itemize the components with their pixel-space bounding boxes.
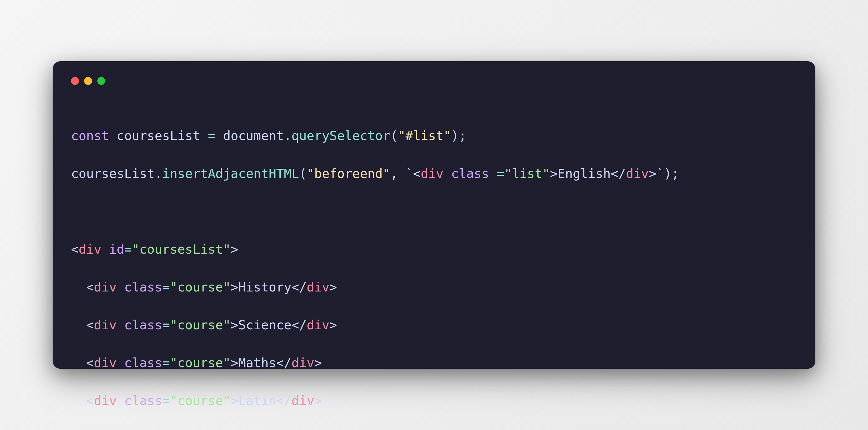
code-line-7: <div class="course">Maths</div> — [71, 353, 797, 372]
attr-name-class: class — [124, 318, 162, 332]
text-latin: Latin — [238, 393, 276, 408]
method-insertadjacenthtml: insertAdjacentHTML — [162, 166, 299, 181]
object-courseslist: coursesList — [71, 166, 155, 181]
attr-value: "course" — [170, 393, 231, 408]
paren-open: ( — [299, 166, 307, 181]
attr-equals: = — [162, 318, 170, 332]
text-history: History — [238, 280, 291, 294]
tag-bracket: > — [550, 166, 558, 181]
tag-name-div: div — [94, 355, 117, 370]
close-tag-open: </ — [276, 393, 291, 408]
tag-name-div: div — [94, 393, 117, 408]
attr-equals: = — [162, 355, 170, 370]
backtick-close: ` — [656, 166, 664, 181]
attr-equals: = — [124, 242, 132, 257]
close-tag-open: </ — [291, 318, 307, 332]
tag-bracket: > — [231, 355, 238, 370]
attr-value: "course" — [170, 318, 231, 332]
attr-name-class: class — [451, 166, 489, 181]
attr-equals: = — [162, 280, 170, 294]
maximize-icon[interactable] — [97, 77, 105, 85]
tag-bracket: < — [86, 393, 94, 408]
tag-bracket: > — [231, 393, 238, 408]
text-english: English — [558, 166, 611, 181]
close-tag-bracket: > — [330, 318, 337, 332]
close-tag-bracket: > — [314, 355, 322, 370]
comma: , — [390, 166, 398, 181]
indent — [71, 355, 86, 370]
tag-bracket: < — [71, 242, 79, 257]
traffic-lights — [71, 77, 797, 85]
semicolon: ; — [672, 166, 679, 181]
code-line-9: </div> — [71, 429, 797, 430]
dot: . — [284, 128, 291, 143]
close-tag-open: </ — [276, 355, 291, 370]
tag-bracket: < — [413, 166, 421, 181]
attr-equals: = — [162, 393, 170, 408]
string-arg1: "beforeend" — [307, 166, 390, 181]
code-window: const coursesList = document.querySelect… — [53, 61, 815, 369]
code-line-4: <div id="coursesList"> — [71, 240, 797, 259]
attr-value: "list" — [504, 166, 550, 181]
close-tag-open: </ — [291, 280, 307, 294]
text-science: Science — [238, 318, 291, 332]
close-tag-name: div — [626, 166, 649, 181]
attr-equals: = — [489, 166, 504, 181]
keyword-const: const — [71, 128, 109, 143]
text-maths: Maths — [238, 355, 276, 370]
tag-bracket: > — [231, 242, 238, 257]
code-line-6: <div class="course">Science</div> — [71, 316, 797, 334]
code-line-blank — [71, 202, 797, 221]
tag-bracket: < — [86, 318, 94, 332]
backtick-open: ` — [406, 166, 413, 181]
code-line-5: <div class="course">History</div> — [71, 277, 797, 296]
indent — [71, 280, 86, 294]
tag-bracket: < — [86, 355, 94, 370]
attr-name-class: class — [124, 355, 162, 370]
code-line-8: <div class="course">Latin</div> — [71, 391, 797, 410]
indent — [71, 393, 86, 408]
paren-open: ( — [390, 128, 398, 143]
minimize-icon[interactable] — [84, 77, 92, 85]
variable-name: coursesList — [117, 128, 200, 143]
attr-name-id: id — [109, 242, 124, 257]
operator-equals: = — [208, 128, 215, 143]
method-queryselector: querySelector — [291, 128, 390, 143]
close-tag-name: div — [307, 280, 330, 294]
object-document: document — [223, 128, 284, 143]
semicolon: ; — [459, 128, 466, 143]
close-tag-open: </ — [611, 166, 626, 181]
code-line-1: const coursesList = document.querySelect… — [71, 126, 797, 145]
close-tag-name: div — [291, 355, 314, 370]
tag-bracket: < — [86, 280, 94, 294]
close-tag-bracket: > — [330, 280, 337, 294]
attr-value: "coursesList" — [132, 242, 231, 257]
paren-close: ) — [451, 128, 459, 143]
attr-value: "course" — [170, 355, 231, 370]
tag-bracket: > — [231, 280, 238, 294]
tag-name-div: div — [421, 166, 443, 181]
attr-name-class: class — [124, 280, 162, 294]
code-line-2: coursesList.insertAdjacentHTML("beforeen… — [71, 164, 797, 183]
attr-name-class: class — [124, 393, 162, 408]
close-tag-bracket: > — [649, 166, 656, 181]
code-block: const coursesList = document.querySelect… — [71, 107, 797, 430]
tag-name-div: div — [94, 318, 117, 332]
paren-close: ) — [664, 166, 672, 181]
indent — [71, 318, 86, 332]
tag-name-div: div — [79, 242, 101, 257]
tag-name-div: div — [94, 280, 117, 294]
tag-bracket: > — [231, 318, 238, 332]
close-tag-bracket: > — [314, 393, 322, 408]
dot: . — [155, 166, 162, 181]
close-tag-name: div — [307, 318, 330, 332]
string-arg: "#list" — [398, 128, 451, 143]
close-icon[interactable] — [71, 77, 79, 85]
close-tag-name: div — [291, 393, 314, 408]
attr-value: "course" — [170, 280, 231, 294]
